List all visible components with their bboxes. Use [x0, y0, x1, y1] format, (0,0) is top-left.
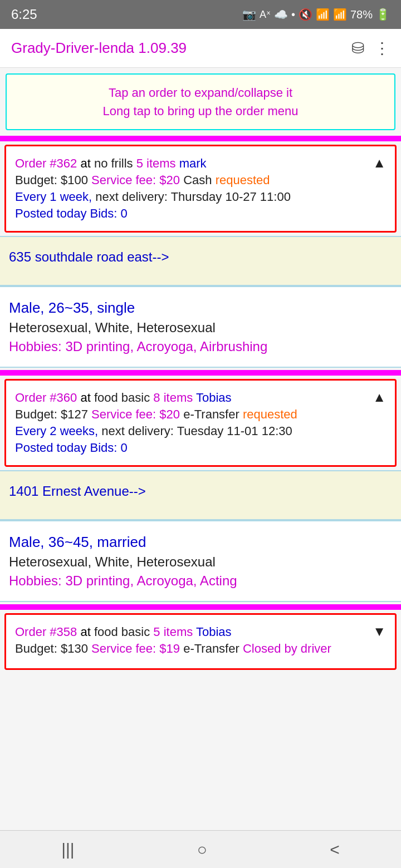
- profile-orientation-362: Heterosexual, White, Heterosexual: [9, 320, 392, 336]
- order-at-362: at: [80, 156, 94, 170]
- order-line1-362: Order #362 at no frills 5 items mark: [15, 156, 386, 171]
- title-version: 1.09.39: [134, 40, 187, 56]
- order-every-362: Every 1 week,: [15, 190, 92, 204]
- order-budget-360: Budget: $127: [15, 407, 88, 421]
- filter-icon[interactable]: ⛁: [351, 39, 364, 57]
- collapse-arrow-360[interactable]: ▲: [373, 389, 386, 405]
- profile-orientation-360: Heterosexual, White, Heterosexual: [9, 554, 392, 570]
- order-line2-358: Budget: $130 Service fee: $19 e-Transfer…: [15, 642, 386, 656]
- order-number-358: Order #358: [15, 625, 77, 639]
- order-line4-360: Posted today Bids: 0: [15, 441, 386, 455]
- order-line2-360: Budget: $127 Service fee: $20 e-Transfer…: [15, 407, 386, 422]
- order-number-362: Order #362: [15, 156, 77, 170]
- address-text-360[interactable]: 1401 Ernest Avenue-->: [9, 484, 146, 499]
- address-text-362[interactable]: 635 southdale road east-->: [9, 249, 169, 264]
- order-at-358: at: [80, 625, 94, 639]
- collapse-arrow-358[interactable]: ▼: [373, 624, 386, 639]
- order-payment-362: Cash: [183, 173, 215, 187]
- order-service-fee-358: Service fee: $19: [91, 642, 180, 655]
- order-bids-360: Bids: 0: [90, 441, 128, 455]
- address-section-360: 1401 Ernest Avenue-->: [0, 470, 401, 520]
- magenta-divider-2: [0, 370, 401, 376]
- order-budget-358: Budget: $130: [15, 642, 88, 655]
- hint-line1: Tap an order to expand/collapse it: [18, 83, 383, 102]
- order-store-358: food basic: [94, 625, 150, 639]
- more-options-icon[interactable]: ⋮: [374, 39, 390, 57]
- order-items-362: 5 items: [136, 156, 179, 170]
- nav-bar: ||| ○ <: [0, 830, 401, 868]
- status-bar: 6:25 📷 Aˣ ☁️ • 🔇 📶 📶 78% 🔋: [0, 0, 401, 29]
- order-service-fee-362: Service fee: $20: [91, 173, 180, 187]
- order-driver-360: Tobias: [196, 391, 232, 405]
- signal-icon: 📶: [333, 8, 347, 21]
- profile-section-362: Male, 26~35, single Heterosexual, White,…: [0, 286, 401, 368]
- profile-hobbies-360: Hobbies: 3D printing, Acroyoga, Acting: [9, 573, 392, 589]
- profile-demo-360: Male, 36~45, married: [9, 534, 392, 551]
- profile-section-360: Male, 36~45, married Heterosexual, White…: [0, 520, 401, 602]
- order-items-360: 8 items: [153, 391, 196, 405]
- order-budget-362: Budget: $100: [15, 173, 88, 187]
- order-store-362: no frills: [94, 156, 133, 170]
- order-line3-362: Every 1 week, next delivery: Thursday 10…: [15, 190, 386, 204]
- dot-icon: •: [291, 8, 295, 21]
- status-time: 6:25: [11, 7, 37, 22]
- nav-recent-button[interactable]: |||: [45, 835, 91, 865]
- order-line1-360: Order #360 at food basic 8 items Tobias: [15, 391, 386, 405]
- status-icons: 📷 Aˣ ☁️ • 🔇 📶 📶 78% 🔋: [242, 8, 390, 21]
- order-driver-358: Tobias: [196, 625, 232, 639]
- battery-percent: 78%: [350, 8, 373, 21]
- order-card-360[interactable]: ▲ Order #360 at food basic 8 items Tobia…: [4, 379, 397, 467]
- app-title: Grady-Driver-lenda 1.09.39: [11, 40, 187, 57]
- order-status-360: requested: [243, 407, 297, 421]
- nav-back-button[interactable]: <: [313, 835, 356, 865]
- wifi-icon: 📶: [316, 8, 330, 21]
- order-every-360: Every 2 weeks,: [15, 424, 98, 438]
- order-status-358: Closed by driver: [243, 642, 331, 655]
- profile-demo-362: Male, 26~35, single: [9, 299, 392, 317]
- order-payment-358: e-Transfer: [183, 642, 243, 655]
- order-payment-360: e-Transfer: [183, 407, 243, 421]
- nav-home-button[interactable]: ○: [180, 835, 224, 865]
- profile-hobbies-362: Hobbies: 3D printing, Acroyoga, Airbrush…: [9, 339, 392, 354]
- order-status-362: requested: [216, 173, 270, 187]
- collapse-arrow-362[interactable]: ▲: [373, 155, 386, 171]
- order-line4-362: Posted today Bids: 0: [15, 206, 386, 221]
- order-line3-360: Every 2 weeks, next delivery: Tuesday 11…: [15, 424, 386, 438]
- magenta-divider-1: [0, 136, 401, 141]
- order-number-360: Order #360: [15, 391, 77, 405]
- hint-line2: Long tap to bring up the order menu: [18, 102, 383, 120]
- order-next-360: next delivery: Tuesday 11-01 12:30: [101, 424, 292, 438]
- title-part1: Grady-Driver-: [11, 40, 99, 56]
- order-card-358[interactable]: ▼ Order #358 at food basic 5 items Tobia…: [4, 613, 397, 670]
- order-posted-362: Posted today: [15, 206, 86, 220]
- order-line1-358: Order #358 at food basic 5 items Tobias: [15, 625, 386, 639]
- hint-banner: Tap an order to expand/collapse it Long …: [6, 73, 395, 130]
- address-section-362: 635 southdale road east-->: [0, 236, 401, 286]
- order-posted-360: Posted today: [15, 441, 86, 455]
- app-header: Grady-Driver-lenda 1.09.39 ⛁ ⋮: [0, 29, 401, 68]
- order-items-358: 5 items: [153, 625, 196, 639]
- header-icons: ⛁ ⋮: [351, 39, 390, 57]
- order-card-362[interactable]: ▲ Order #362 at no frills 5 items mark B…: [4, 145, 397, 233]
- cloud-icon: ☁️: [274, 8, 288, 21]
- mute-icon: 🔇: [299, 8, 312, 21]
- camera-icon: 📷: [242, 8, 256, 21]
- order-driver-362: mark: [179, 156, 207, 170]
- order-bids-362: Bids: 0: [90, 206, 128, 220]
- order-line2-362: Budget: $100 Service fee: $20 Cash reque…: [15, 173, 386, 188]
- order-at-360: at: [80, 391, 94, 405]
- order-service-fee-360: Service fee: $20: [91, 407, 180, 421]
- order-next-362: next delivery: Thursday 10-27 11:00: [95, 190, 291, 204]
- title-accent: lenda: [99, 40, 134, 56]
- ax-icon: Aˣ: [260, 8, 271, 21]
- battery-icon: 🔋: [376, 8, 390, 21]
- magenta-divider-3: [0, 604, 401, 610]
- order-store-360: food basic: [94, 391, 150, 405]
